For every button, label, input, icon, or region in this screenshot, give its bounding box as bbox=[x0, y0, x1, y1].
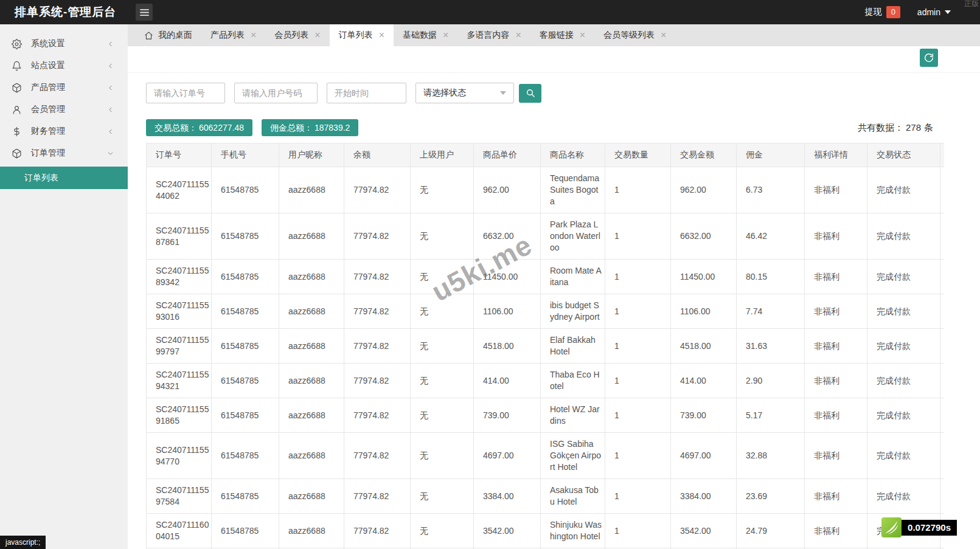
table-cell: Tequendama Suites Bogota bbox=[541, 167, 605, 213]
table-cell: 61548785 bbox=[212, 167, 279, 213]
table-cell: 77974.82 bbox=[344, 260, 411, 294]
table-cell: 739.00 bbox=[474, 398, 541, 433]
table-cell: SC24071115594770 bbox=[147, 433, 212, 479]
tab-会员列表[interactable]: 会员列表× bbox=[265, 24, 329, 46]
table-cell: 无 bbox=[411, 329, 474, 364]
refresh-button[interactable] bbox=[920, 49, 938, 67]
table-cell: Hotel WZ Jardins bbox=[541, 398, 605, 433]
search-button[interactable] bbox=[519, 84, 541, 103]
table-cell: 962.00 bbox=[671, 167, 737, 213]
status-select[interactable]: 请选择状态 bbox=[415, 83, 514, 103]
table-cell: aazz6688 bbox=[279, 213, 344, 260]
header-right: 提现 0 admin bbox=[865, 6, 951, 18]
table-cell: 完成付款 bbox=[867, 260, 940, 294]
tab-基础数据[interactable]: 基础数据× bbox=[394, 24, 457, 46]
sidebar-item-系统设置[interactable]: 系统设置 bbox=[0, 33, 128, 55]
table-cell: 无 bbox=[411, 167, 474, 213]
column-header: 交易金额 bbox=[671, 143, 737, 167]
table-cell: 无 bbox=[411, 364, 474, 398]
table-cell: 80.15 bbox=[737, 260, 805, 294]
sidebar-item-会员管理[interactable]: 会员管理 bbox=[0, 98, 128, 120]
chevron-down-icon bbox=[106, 150, 114, 157]
tab-label: 我的桌面 bbox=[158, 30, 192, 41]
table-cell: 6632.00 bbox=[474, 213, 541, 260]
status-bar-link-hint: javascript:; bbox=[0, 536, 46, 549]
table-row: SC2407111559477061548785aazz668877974.82… bbox=[147, 433, 945, 479]
commission-total-value: 187839.2 bbox=[315, 123, 350, 133]
main-area: 我的桌面产品列表×会员列表×订单列表×基础数据×多语言内容×客服链接×会员等级列… bbox=[128, 24, 980, 549]
tab-我的桌面[interactable]: 我的桌面 bbox=[135, 24, 201, 46]
table-cell: SC24071115593016 bbox=[147, 294, 212, 329]
tab-close-icon[interactable]: × bbox=[251, 30, 256, 40]
sidebar-subitem-订单列表[interactable]: 订单列表 bbox=[0, 167, 128, 189]
table-cell: 3384.00 bbox=[671, 479, 737, 514]
menu-toggle-button[interactable] bbox=[136, 4, 153, 21]
table-cell: SC24071115591865 bbox=[147, 398, 212, 433]
table-cell: aazz6688 bbox=[279, 433, 344, 479]
sidebar: 系统设置站点设置产品管理会员管理财务管理订单管理订单列表 bbox=[0, 24, 128, 549]
user-no-input[interactable] bbox=[234, 83, 318, 103]
corner-watermark: 正版 bbox=[964, 0, 979, 9]
username: admin bbox=[917, 7, 940, 17]
tab-close-icon[interactable]: × bbox=[580, 30, 585, 40]
hamburger-icon bbox=[140, 9, 149, 16]
tab-close-icon[interactable]: × bbox=[443, 30, 448, 40]
transaction-total-badge: 交易总额：6062277.48 bbox=[146, 119, 252, 136]
table-cell: 无 bbox=[411, 294, 474, 329]
table-cell: 61548785 bbox=[212, 479, 279, 514]
user-menu[interactable]: admin bbox=[917, 7, 951, 17]
table-cell: 非福利 bbox=[805, 294, 867, 329]
table-cell: 23.69 bbox=[737, 479, 805, 514]
table-cell: 3384.00 bbox=[474, 479, 541, 514]
sidebar-item-财务管理[interactable]: 财务管理 bbox=[0, 120, 128, 142]
stats-row: 交易总额：6062277.48 佣金总额：187839.2 共有数据：278条 bbox=[146, 119, 933, 136]
table-cell: 4518.00 bbox=[671, 329, 737, 364]
table-cell: 1106.00 bbox=[474, 294, 541, 329]
cube-icon bbox=[12, 83, 22, 93]
sidebar-item-订单管理[interactable]: 订单管理 bbox=[0, 142, 128, 164]
sidebar-item-label: 系统设置 bbox=[31, 38, 65, 49]
user-icon bbox=[12, 105, 22, 115]
tab-bar: 我的桌面产品列表×会员列表×订单列表×基础数据×多语言内容×客服链接×会员等级列… bbox=[128, 24, 980, 46]
thinkphp-logo-icon[interactable] bbox=[881, 517, 902, 537]
tab-close-icon[interactable]: × bbox=[315, 30, 320, 40]
table-cell: 非福利 bbox=[805, 329, 867, 364]
table-cell: Shinjuku Washington Hotel bbox=[541, 514, 605, 548]
table-cell bbox=[940, 479, 945, 514]
withdraw-link[interactable]: 提现 0 bbox=[865, 6, 900, 18]
table-cell: 非福利 bbox=[805, 213, 867, 260]
table-cell: aazz6688 bbox=[279, 398, 344, 433]
table-row: SC2407111559432161548785aazz668877974.82… bbox=[147, 364, 945, 398]
table-cell bbox=[940, 433, 945, 479]
tab-多语言内容[interactable]: 多语言内容× bbox=[457, 24, 530, 46]
table-cell: 完成付款 bbox=[867, 398, 940, 433]
tab-close-icon[interactable]: × bbox=[379, 30, 384, 40]
tab-close-icon[interactable]: × bbox=[661, 30, 666, 40]
tab-close-icon[interactable]: × bbox=[515, 30, 521, 40]
tab-订单列表[interactable]: 订单列表× bbox=[330, 24, 394, 46]
order-no-input[interactable] bbox=[146, 83, 225, 103]
table-cell: 完成付款 bbox=[867, 364, 940, 398]
sidebar-item-产品管理[interactable]: 产品管理 bbox=[0, 77, 128, 98]
tab-产品列表[interactable]: 产品列表× bbox=[201, 24, 265, 46]
table-cell: 61548785 bbox=[212, 213, 279, 260]
table-cell: 非福利 bbox=[805, 479, 867, 514]
table-cell: 77974.82 bbox=[344, 514, 411, 548]
table-cell: 77974.82 bbox=[344, 479, 411, 514]
table-cell: 非福利 bbox=[805, 433, 867, 479]
tab-label: 产品列表 bbox=[210, 30, 245, 41]
table-cell: 61548785 bbox=[212, 514, 279, 548]
table-cell: SC24071115544062 bbox=[147, 167, 212, 213]
sidebar-item-label: 财务管理 bbox=[31, 126, 65, 137]
start-time-input[interactable] bbox=[327, 83, 406, 103]
chevron-left-icon bbox=[106, 84, 114, 92]
withdraw-label: 提现 bbox=[865, 7, 882, 18]
table-cell: ISG Sabiha Gökçen Airport Hotel bbox=[541, 433, 605, 479]
sidebar-item-站点设置[interactable]: 站点设置 bbox=[0, 55, 128, 77]
sidebar-item-label: 订单管理 bbox=[31, 148, 65, 159]
table-cell: 1 bbox=[605, 167, 671, 213]
tab-客服链接[interactable]: 客服链接× bbox=[530, 24, 594, 46]
tab-会员等级列表[interactable]: 会员等级列表× bbox=[594, 24, 675, 46]
table-cell: 完成付款 bbox=[867, 433, 940, 479]
tab-label: 订单列表 bbox=[339, 30, 373, 41]
